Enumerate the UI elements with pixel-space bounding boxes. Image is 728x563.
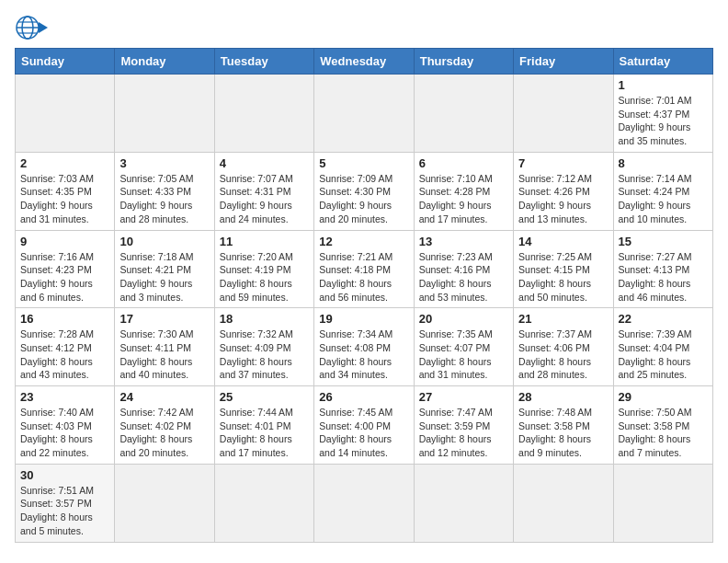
weekday-header-saturday: Saturday [613, 49, 712, 75]
calendar-day-cell: 28Sunrise: 7:48 AM Sunset: 3:58 PM Dayli… [514, 386, 613, 465]
day-info: Sunrise: 7:23 AM Sunset: 4:16 PM Dayligh… [419, 250, 508, 304]
day-info: Sunrise: 7:40 AM Sunset: 4:03 PM Dayligh… [20, 406, 109, 460]
calendar-day-cell: 2Sunrise: 7:03 AM Sunset: 4:35 PM Daylig… [16, 152, 115, 230]
day-info: Sunrise: 7:30 AM Sunset: 4:11 PM Dayligh… [119, 327, 209, 382]
day-info: Sunrise: 7:47 AM Sunset: 3:59 PM Dayligh… [419, 406, 508, 460]
day-number: 30 [20, 468, 109, 482]
day-number: 27 [419, 390, 508, 404]
day-info: Sunrise: 7:03 AM Sunset: 4:35 PM Dayligh… [20, 172, 109, 226]
day-number: 23 [20, 390, 109, 404]
calendar-day-cell: 30Sunrise: 7:51 AM Sunset: 3:57 PM Dayli… [16, 464, 115, 542]
day-number: 17 [119, 312, 209, 326]
calendar-week-row: 2Sunrise: 7:03 AM Sunset: 4:35 PM Daylig… [16, 152, 713, 230]
calendar-day-cell: 1Sunrise: 7:01 AM Sunset: 4:37 PM Daylig… [613, 75, 712, 153]
calendar-day-cell: 23Sunrise: 7:40 AM Sunset: 4:03 PM Dayli… [16, 386, 115, 465]
calendar-day-cell [514, 464, 613, 542]
day-number: 16 [20, 312, 109, 326]
weekday-header-row: SundayMondayTuesdayWednesdayThursdayFrid… [16, 49, 713, 75]
day-info: Sunrise: 7:14 AM Sunset: 4:24 PM Dayligh… [619, 172, 708, 226]
calendar-day-cell [214, 464, 313, 542]
day-number: 10 [119, 235, 209, 248]
day-number: 13 [419, 235, 508, 248]
weekday-header-friday: Friday [514, 49, 613, 75]
calendar-week-row: 9Sunrise: 7:16 AM Sunset: 4:23 PM Daylig… [16, 230, 713, 308]
calendar-week-row: 16Sunrise: 7:28 AM Sunset: 4:12 PM Dayli… [16, 308, 713, 386]
day-info: Sunrise: 7:01 AM Sunset: 4:37 PM Dayligh… [619, 94, 708, 148]
day-info: Sunrise: 7:39 AM Sunset: 4:04 PM Dayligh… [619, 327, 708, 382]
day-info: Sunrise: 7:20 AM Sunset: 4:19 PM Dayligh… [220, 250, 309, 304]
calendar-day-cell [214, 75, 313, 153]
day-info: Sunrise: 7:48 AM Sunset: 3:58 PM Dayligh… [518, 406, 608, 460]
calendar-day-cell: 3Sunrise: 7:05 AM Sunset: 4:33 PM Daylig… [115, 152, 214, 230]
calendar-day-cell: 25Sunrise: 7:44 AM Sunset: 4:01 PM Dayli… [214, 386, 313, 465]
day-info: Sunrise: 7:12 AM Sunset: 4:26 PM Dayligh… [518, 172, 608, 226]
calendar-day-cell [613, 464, 712, 542]
calendar-week-row: 23Sunrise: 7:40 AM Sunset: 4:03 PM Dayli… [16, 386, 713, 465]
day-number: 2 [20, 156, 109, 170]
day-info: Sunrise: 7:37 AM Sunset: 4:06 PM Dayligh… [518, 327, 608, 382]
day-info: Sunrise: 7:35 AM Sunset: 4:07 PM Dayligh… [419, 327, 508, 382]
day-number: 11 [220, 235, 309, 248]
calendar-day-cell: 12Sunrise: 7:21 AM Sunset: 4:18 PM Dayli… [314, 230, 414, 308]
calendar-header [15, 15, 713, 40]
calendar-day-cell [16, 75, 115, 153]
day-info: Sunrise: 7:32 AM Sunset: 4:09 PM Dayligh… [220, 327, 309, 382]
day-info: Sunrise: 7:18 AM Sunset: 4:21 PM Dayligh… [119, 250, 209, 304]
day-number: 28 [518, 390, 608, 404]
day-number: 15 [619, 235, 708, 248]
calendar-day-cell: 21Sunrise: 7:37 AM Sunset: 4:06 PM Dayli… [514, 308, 613, 386]
calendar-day-cell [314, 75, 414, 153]
calendar-day-cell [115, 464, 214, 542]
day-info: Sunrise: 7:44 AM Sunset: 4:01 PM Dayligh… [220, 406, 309, 460]
day-info: Sunrise: 7:28 AM Sunset: 4:12 PM Dayligh… [20, 327, 109, 382]
day-number: 24 [119, 390, 209, 404]
calendar-week-row: 1Sunrise: 7:01 AM Sunset: 4:37 PM Daylig… [16, 75, 713, 153]
calendar-day-cell: 29Sunrise: 7:50 AM Sunset: 3:58 PM Dayli… [613, 386, 712, 465]
weekday-header-sunday: Sunday [16, 49, 115, 75]
calendar-day-cell: 6Sunrise: 7:10 AM Sunset: 4:28 PM Daylig… [414, 152, 513, 230]
day-info: Sunrise: 7:10 AM Sunset: 4:28 PM Dayligh… [419, 172, 508, 226]
day-number: 1 [619, 78, 708, 92]
day-info: Sunrise: 7:21 AM Sunset: 4:18 PM Dayligh… [319, 250, 408, 304]
calendar-day-cell: 22Sunrise: 7:39 AM Sunset: 4:04 PM Dayli… [613, 308, 712, 386]
calendar-day-cell [115, 75, 214, 153]
weekday-header-tuesday: Tuesday [214, 49, 313, 75]
calendar-day-cell: 5Sunrise: 7:09 AM Sunset: 4:30 PM Daylig… [314, 152, 414, 230]
day-info: Sunrise: 7:07 AM Sunset: 4:31 PM Dayligh… [220, 172, 309, 226]
day-info: Sunrise: 7:51 AM Sunset: 3:57 PM Dayligh… [20, 484, 109, 538]
calendar-day-cell: 14Sunrise: 7:25 AM Sunset: 4:15 PM Dayli… [514, 230, 613, 308]
calendar-day-cell: 24Sunrise: 7:42 AM Sunset: 4:02 PM Dayli… [115, 386, 214, 465]
calendar-table: SundayMondayTuesdayWednesdayThursdayFrid… [15, 48, 713, 543]
day-number: 5 [319, 156, 408, 170]
weekday-header-thursday: Thursday [414, 49, 513, 75]
day-info: Sunrise: 7:25 AM Sunset: 4:15 PM Dayligh… [518, 250, 608, 304]
day-info: Sunrise: 7:05 AM Sunset: 4:33 PM Dayligh… [119, 172, 209, 226]
weekday-header-wednesday: Wednesday [314, 49, 414, 75]
day-number: 22 [619, 312, 708, 326]
svg-marker-5 [39, 22, 48, 33]
calendar-day-cell [414, 464, 513, 542]
day-number: 3 [119, 156, 209, 170]
day-number: 6 [419, 156, 508, 170]
calendar-week-row: 30Sunrise: 7:51 AM Sunset: 3:57 PM Dayli… [16, 464, 713, 542]
calendar-day-cell: 20Sunrise: 7:35 AM Sunset: 4:07 PM Dayli… [414, 308, 513, 386]
calendar-day-cell [414, 75, 513, 153]
day-number: 7 [518, 156, 608, 170]
weekday-header-monday: Monday [115, 49, 214, 75]
calendar-day-cell: 10Sunrise: 7:18 AM Sunset: 4:21 PM Dayli… [115, 230, 214, 308]
day-number: 19 [319, 312, 408, 326]
calendar-day-cell: 27Sunrise: 7:47 AM Sunset: 3:59 PM Dayli… [414, 386, 513, 465]
day-info: Sunrise: 7:45 AM Sunset: 4:00 PM Dayligh… [319, 406, 408, 460]
day-number: 4 [220, 156, 309, 170]
day-info: Sunrise: 7:50 AM Sunset: 3:58 PM Dayligh… [619, 406, 708, 460]
calendar-day-cell: 9Sunrise: 7:16 AM Sunset: 4:23 PM Daylig… [16, 230, 115, 308]
day-number: 25 [220, 390, 309, 404]
day-number: 21 [518, 312, 608, 326]
calendar-day-cell: 7Sunrise: 7:12 AM Sunset: 4:26 PM Daylig… [514, 152, 613, 230]
calendar-day-cell: 13Sunrise: 7:23 AM Sunset: 4:16 PM Dayli… [414, 230, 513, 308]
day-info: Sunrise: 7:27 AM Sunset: 4:13 PM Dayligh… [619, 250, 708, 304]
day-info: Sunrise: 7:42 AM Sunset: 4:02 PM Dayligh… [119, 406, 209, 460]
day-number: 12 [319, 235, 408, 248]
day-number: 20 [419, 312, 508, 326]
day-number: 8 [619, 156, 708, 170]
